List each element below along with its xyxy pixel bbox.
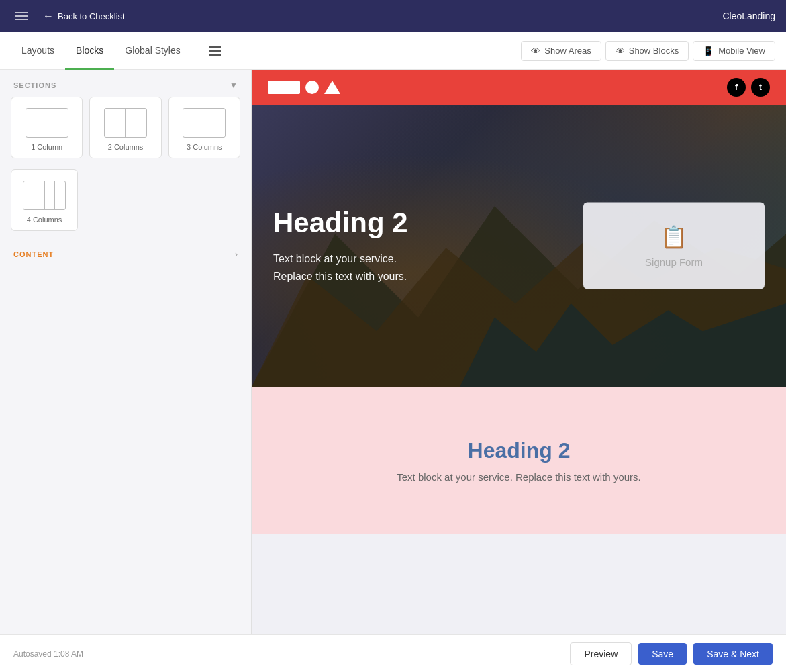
hamburger-menu-button[interactable] (203, 39, 227, 63)
preview-area: f t Heading 2 Text block at your service… (252, 70, 786, 634)
layout-3-columns[interactable]: 3 Columns (168, 97, 240, 158)
back-arrow-icon: ← (43, 10, 54, 22)
logo-circle (305, 81, 319, 94)
preview-button[interactable]: Preview (570, 642, 632, 665)
tab-layouts[interactable]: Layouts (11, 32, 65, 70)
layout-1col-icon (26, 108, 68, 138)
layout-4col-icon (23, 181, 66, 210)
eye-icon: 👁 (531, 46, 540, 56)
bottom-bar: Autosaved 1:08 AM Preview Save Save & Ne… (0, 634, 786, 672)
tab-blocks[interactable]: Blocks (65, 32, 114, 70)
pink-heading: Heading 2 (468, 438, 571, 463)
logo-icon (11, 5, 32, 27)
layout-3col-label: 3 Columns (187, 143, 222, 151)
save-next-button[interactable]: Save & Next (693, 643, 773, 665)
back-to-checklist-button[interactable]: ← Back to Checklist (43, 10, 125, 22)
sections-header[interactable]: SECTIONS ▼ (0, 70, 251, 97)
content-label: CONTENT (13, 250, 54, 258)
mobile-icon: 📱 (703, 46, 714, 56)
mobile-view-label: Mobile View (718, 46, 765, 56)
logo-triangle (324, 81, 340, 94)
show-blocks-button[interactable]: 👁 Show Blocks (605, 41, 689, 61)
twitter-icon: t (751, 78, 770, 97)
tab-blocks-label: Blocks (76, 45, 103, 56)
sections-label: SECTIONS (13, 81, 56, 89)
show-areas-button[interactable]: 👁 Show Areas (521, 41, 601, 61)
layout-2col-label: 2 Columns (108, 143, 144, 151)
back-label: Back to Checklist (58, 11, 125, 21)
save-button[interactable]: Save (638, 643, 687, 665)
preview-hero: Heading 2 Text block at your service.Rep… (252, 105, 786, 387)
layout-3col-icon (183, 108, 226, 138)
eye-slash-icon: 👁 (616, 46, 625, 56)
tab-global-styles[interactable]: Global Styles (114, 32, 191, 70)
signup-form-box[interactable]: 📋 Signup Form (583, 203, 765, 289)
tab-global-styles-label: Global Styles (125, 45, 180, 56)
toolbar-divider (197, 42, 197, 60)
social-icons-group: f t (727, 78, 770, 97)
secondary-toolbar: Layouts Blocks Global Styles 👁 Show Area… (0, 32, 786, 70)
sections-collapse-icon: ▼ (230, 81, 238, 90)
app-name: CleoLanding (722, 11, 775, 21)
layout-grid: 1 Column 2 Columns 3 Columns (0, 97, 251, 169)
sidebar: SECTIONS ▼ 1 Column 2 Columns (0, 70, 252, 634)
hero-text: Text block at your service.Replace this … (273, 251, 408, 285)
layout-4col-label: 4 Columns (27, 215, 62, 224)
main-area: SECTIONS ▼ 1 Column 2 Columns (0, 70, 786, 634)
signup-form-label: Signup Form (645, 256, 703, 268)
preview-header: f t (252, 70, 786, 105)
signup-form-icon: 📋 (660, 224, 687, 250)
layout-2-columns[interactable]: 2 Columns (89, 97, 161, 158)
preview-logo (268, 81, 340, 94)
mobile-view-button[interactable]: 📱 Mobile View (693, 41, 775, 61)
show-blocks-label: Show Blocks (629, 46, 679, 56)
tab-layouts-label: Layouts (21, 45, 54, 56)
hero-content: Heading 2 Text block at your service.Rep… (273, 206, 408, 285)
autosave-status: Autosaved 1:08 AM (13, 649, 83, 659)
logo-rectangle (268, 81, 300, 94)
preview-canvas: f t Heading 2 Text block at your service… (252, 70, 786, 634)
hero-heading: Heading 2 (273, 206, 408, 240)
layout-4col-container: 4 Columns (0, 169, 251, 242)
facebook-icon: f (727, 78, 746, 97)
pink-text: Text block at your service. Replace this… (397, 471, 640, 483)
preview-pink-section: Heading 2 Text block at your service. Re… (252, 387, 786, 534)
content-section-header[interactable]: CONTENT › (0, 242, 251, 267)
content-expand-icon: › (235, 250, 238, 259)
show-areas-label: Show Areas (544, 46, 591, 56)
layout-1col-label: 1 Column (31, 143, 62, 151)
layout-1-column[interactable]: 1 Column (11, 97, 83, 158)
layout-2col-icon (104, 108, 147, 138)
layout-4-columns[interactable]: 4 Columns (11, 169, 78, 231)
top-navigation: ← Back to Checklist CleoLanding (0, 0, 786, 32)
